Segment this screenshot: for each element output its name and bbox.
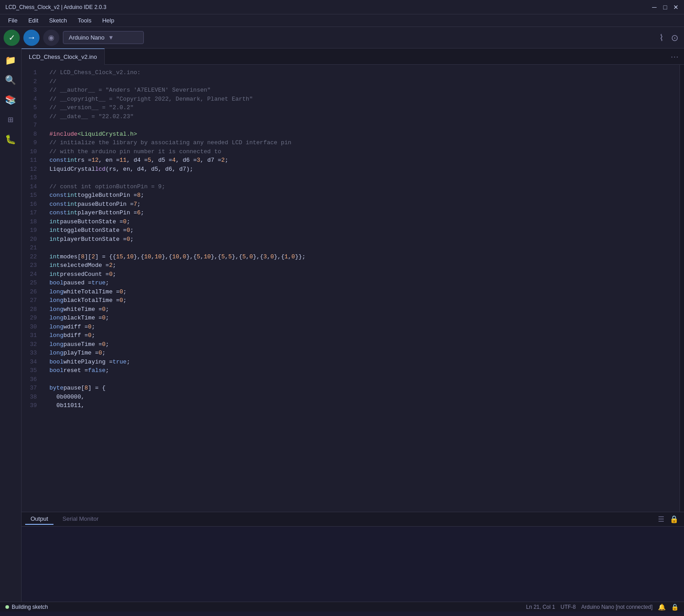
line-num-25: 25	[22, 279, 40, 288]
menu-sketch[interactable]: Sketch	[44, 16, 71, 25]
line-numbers: 1 2 3 4 5 6 7 8 9 10 11 12 13 14 15 16 1…	[22, 65, 44, 512]
code-line-27: long blackTotalTime = 0;	[49, 296, 680, 305]
code-line-39: 0b11011,	[49, 401, 680, 410]
minimap	[680, 65, 684, 512]
editor-tab-main[interactable]: LCD_Chess_Clock_v2.ino	[22, 49, 105, 65]
board-selector[interactable]: Arduino Nano ▼	[63, 31, 144, 44]
code-line-5: // __version__ = "2.0.2"	[49, 103, 680, 112]
verify-button[interactable]: ✓	[4, 30, 20, 46]
code-line-29: long blackTime = 0;	[49, 314, 680, 323]
code-line-25: bool paused = true;	[49, 279, 680, 288]
tab-output[interactable]: Output	[25, 514, 53, 525]
code-line-1: // LCD_Chess_Clock_v2.ino:	[49, 68, 680, 77]
activity-search-icon[interactable]: 🔍	[3, 72, 19, 88]
board-selector-arrow: ▼	[108, 34, 114, 41]
line-num-7: 7	[22, 121, 40, 130]
activity-folder-icon[interactable]: 📁	[3, 52, 19, 68]
status-bar: Building sketch Ln 21, Col 1 UTF-8 Ardui…	[0, 602, 684, 612]
line-num-33: 33	[22, 349, 40, 358]
line-num-6: 6	[22, 112, 40, 121]
line-num-18: 18	[22, 217, 40, 226]
encoding: UTF-8	[560, 604, 576, 610]
menu-tools[interactable]: Tools	[73, 16, 96, 25]
code-editor: 1 2 3 4 5 6 7 8 9 10 11 12 13 14 15 16 1…	[22, 65, 684, 512]
line-num-16: 16	[22, 200, 40, 209]
close-button[interactable]: ✕	[673, 4, 679, 10]
maximize-button[interactable]: □	[662, 4, 668, 10]
line-num-21: 21	[22, 244, 40, 253]
code-line-38: 0b00000,	[49, 393, 680, 402]
line-num-2: 2	[22, 77, 40, 86]
code-line-32: long pauseTime = 0;	[49, 340, 680, 349]
code-line-18: int pauseButtonState = 0;	[49, 217, 680, 226]
code-line-30: long wdiff = 0;	[49, 323, 680, 332]
board-status: Arduino Nano [not connected]	[581, 604, 653, 610]
debug-button[interactable]: ◉	[43, 30, 59, 46]
code-line-14: // const int optionButtonPin = 9;	[49, 182, 680, 191]
line-num-13: 13	[22, 173, 40, 182]
line-num-24: 24	[22, 270, 40, 279]
line-num-34: 34	[22, 358, 40, 367]
line-num-38: 38	[22, 393, 40, 402]
line-num-29: 29	[22, 314, 40, 323]
code-line-16: const int pauseButtonPin = 7;	[49, 200, 680, 209]
output-list-icon[interactable]: ☰	[656, 514, 666, 524]
line-num-12: 12	[22, 165, 40, 174]
line-num-3: 3	[22, 86, 40, 95]
tab-more-button[interactable]: ⋯	[665, 52, 684, 62]
title-text: LCD_Chess_Clock_v2 | Arduino IDE 2.0.3	[5, 4, 107, 10]
line-num-36: 36	[22, 375, 40, 384]
code-line-37: byte pause[8] = {	[49, 384, 680, 393]
line-num-30: 30	[22, 323, 40, 332]
line-num-19: 19	[22, 226, 40, 235]
code-line-3: // __author__ = "Anders 'A7ELEVEN' Sever…	[49, 86, 680, 95]
menu-help[interactable]: Help	[98, 16, 119, 25]
toolbar-right: ⌇ ⊙	[657, 31, 680, 45]
line-num-20: 20	[22, 235, 40, 244]
line-num-37: 37	[22, 384, 40, 393]
title-bar: LCD_Chess_Clock_v2 | Arduino IDE 2.0.3 ─…	[0, 0, 684, 14]
tab-filename: LCD_Chess_Clock_v2.ino	[29, 53, 97, 60]
line-num-32: 32	[22, 340, 40, 349]
menu-edit[interactable]: Edit	[24, 16, 43, 25]
serial-plotter-button[interactable]: ⌇	[657, 31, 666, 45]
code-content[interactable]: // LCD_Chess_Clock_v2.ino: // // __autho…	[44, 65, 680, 512]
line-num-1: 1	[22, 68, 40, 77]
code-line-22: int modes[8][2] = {{15,10},{10,10},{10,0…	[49, 253, 680, 261]
line-num-4: 4	[22, 95, 40, 104]
line-num-26: 26	[22, 288, 40, 297]
serial-monitor-button[interactable]: ⊙	[669, 31, 680, 45]
menu-bar: File Edit Sketch Tools Help	[0, 14, 684, 27]
status-right: Ln 21, Col 1 UTF-8 Arduino Nano [not con…	[526, 603, 679, 611]
activity-board-icon[interactable]: ⊞	[3, 111, 19, 128]
lock-icon[interactable]: 🔒	[671, 603, 679, 611]
code-line-17: const int playerButtonPin = 6;	[49, 208, 680, 217]
code-line-21	[49, 244, 680, 253]
line-num-10: 10	[22, 147, 40, 156]
code-line-20: int playerButtonState = 0;	[49, 235, 680, 244]
activity-debug-icon[interactable]: 🐛	[3, 131, 19, 147]
minimize-button[interactable]: ─	[652, 4, 657, 10]
window-controls: ─ □ ✕	[652, 4, 679, 10]
line-num-8: 8	[22, 130, 40, 139]
code-line-28: long whiteTime = 0;	[49, 305, 680, 314]
activity-library-icon[interactable]: 📚	[3, 92, 19, 108]
line-num-31: 31	[22, 331, 40, 340]
notification-icon[interactable]: 🔔	[658, 603, 666, 611]
line-num-28: 28	[22, 305, 40, 314]
tab-serial-monitor[interactable]: Serial Monitor	[57, 514, 104, 525]
building-indicator	[5, 605, 9, 609]
code-line-12: LiquidCrystal lcd(rs, en, d4, d5, d6, d7…	[49, 165, 680, 174]
line-num-22: 22	[22, 253, 40, 261]
menu-file[interactable]: File	[4, 16, 22, 25]
code-line-34: bool whitePlaying = true;	[49, 358, 680, 367]
line-num-39: 39	[22, 401, 40, 410]
upload-button[interactable]: →	[23, 30, 40, 46]
code-line-24: int pressedCount = 0;	[49, 270, 680, 279]
bottom-tabs: Output Serial Monitor ☰ 🔒	[22, 512, 684, 527]
editor-area: LCD_Chess_Clock_v2.ino ⋯ 1 2 3 4 5 6 7 8…	[22, 49, 684, 602]
board-name: Arduino Nano	[69, 34, 105, 41]
code-line-31: long bdiff = 0;	[49, 331, 680, 340]
code-line-2: //	[49, 77, 680, 86]
output-lock-icon[interactable]: 🔒	[668, 514, 680, 524]
